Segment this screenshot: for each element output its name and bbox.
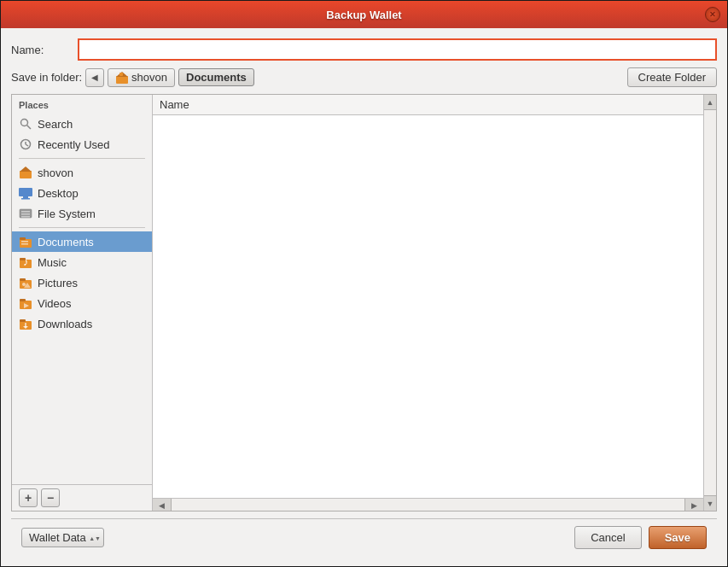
- sidebar-item-search[interactable]: Search: [12, 114, 152, 134]
- sidebar-item-documents[interactable]: Documents: [12, 231, 152, 252]
- vertical-scrollbar[interactable]: ▲ ▼: [703, 95, 716, 511]
- sidebar-item-documents-label: Documents: [38, 236, 94, 248]
- desktop-folder-icon: [19, 186, 32, 200]
- file-list-area: Name ◀ ▶: [153, 95, 703, 511]
- filter-dropdown: Wallet Data: [21, 528, 104, 547]
- sidebar-add-remove: + −: [12, 484, 152, 511]
- sidebar-item-search-label: Search: [38, 118, 73, 131]
- file-list-content[interactable]: [153, 115, 703, 498]
- svg-line-4: [27, 126, 32, 130]
- main-area: Places Search: [11, 94, 717, 511]
- svg-rect-15: [21, 213, 30, 215]
- remove-place-button[interactable]: −: [41, 488, 60, 507]
- sidebar-item-pictures[interactable]: Pictures: [12, 272, 152, 293]
- breadcrumb-documents[interactable]: Documents: [178, 68, 254, 86]
- sidebar-item-desktop-label: Desktop: [38, 187, 79, 200]
- svg-rect-2: [119, 73, 123, 76]
- breadcrumb-shovon-label: shovon: [131, 71, 167, 84]
- sidebar-item-shovon[interactable]: shovon: [12, 162, 152, 183]
- cancel-button[interactable]: Cancel: [574, 526, 641, 549]
- nav-back-button[interactable]: ◀: [85, 68, 104, 87]
- sidebar-item-pictures-label: Pictures: [38, 277, 78, 289]
- name-label: Name:: [11, 44, 71, 56]
- music-folder-icon: ♪: [19, 255, 32, 269]
- name-input[interactable]: [78, 38, 717, 61]
- sidebar-item-music-label: Music: [38, 256, 67, 269]
- sidebar-item-music[interactable]: ♪ Music: [12, 252, 152, 272]
- svg-rect-20: [21, 243, 28, 245]
- svg-rect-18: [20, 237, 26, 240]
- dialog-content: Name: Save in folder: ◀ shovon Documents: [1, 28, 727, 566]
- svg-rect-10: [19, 188, 32, 196]
- svg-rect-12: [21, 198, 30, 200]
- svg-marker-9: [20, 167, 32, 172]
- filter-select-wrapper[interactable]: Wallet Data: [21, 528, 104, 547]
- sidebar-item-desktop[interactable]: Desktop: [12, 183, 152, 203]
- sidebar-item-recently-used[interactable]: Recently Used: [12, 134, 152, 155]
- create-folder-button[interactable]: Create Folder: [627, 67, 717, 87]
- sidebar-item-videos[interactable]: Videos: [12, 293, 152, 313]
- folder-home-icon: [115, 71, 129, 85]
- bottom-bar: Wallet Data Cancel Save: [11, 518, 717, 556]
- sidebar: Places Search: [12, 95, 153, 511]
- sidebar-item-filesystem[interactable]: File System: [12, 203, 152, 224]
- breadcrumb-documents-label: Documents: [186, 71, 247, 84]
- home-folder-icon: [19, 166, 32, 179]
- svg-rect-0: [116, 76, 128, 84]
- sidebar-item-videos-label: Videos: [38, 297, 72, 310]
- svg-rect-11: [23, 196, 28, 198]
- sidebar-item-recently-used-label: Recently Used: [38, 138, 110, 151]
- svg-rect-14: [21, 211, 30, 213]
- title-bar: Backup Wallet: [1, 1, 727, 28]
- name-row: Name:: [11, 38, 717, 61]
- svg-point-26: [22, 283, 26, 286]
- sidebar-separator-1: [19, 158, 145, 159]
- search-icon: [19, 117, 32, 131]
- horizontal-scrollbar[interactable]: ◀ ▶: [153, 498, 703, 511]
- filesystem-icon: [19, 207, 32, 220]
- sidebar-item-filesystem-label: File System: [38, 208, 96, 220]
- svg-text:♪: ♪: [23, 255, 29, 268]
- sidebar-item-downloads-label: Downloads: [38, 318, 92, 330]
- file-list-header: Name: [153, 95, 703, 115]
- svg-rect-16: [21, 216, 30, 218]
- downloads-folder-icon: [19, 317, 32, 330]
- documents-folder-icon: [19, 235, 32, 248]
- pictures-folder-icon: [19, 276, 32, 289]
- svg-point-3: [21, 120, 28, 126]
- add-place-button[interactable]: +: [19, 488, 38, 507]
- file-list-column-name: Name: [160, 98, 189, 111]
- svg-rect-25: [20, 278, 26, 281]
- sidebar-item-shovon-label: shovon: [38, 167, 73, 179]
- sidebar-separator-2: [19, 227, 145, 228]
- svg-rect-32: [20, 319, 26, 322]
- sidebar-section-header: Places: [12, 95, 152, 114]
- svg-rect-29: [20, 299, 26, 301]
- svg-rect-8: [20, 171, 32, 178]
- recently-used-icon: [19, 137, 32, 151]
- save-button[interactable]: Save: [649, 526, 707, 549]
- filter-select[interactable]: Wallet Data: [21, 528, 104, 547]
- breadcrumb-shovon[interactable]: shovon: [108, 68, 175, 87]
- close-button[interactable]: [705, 7, 720, 22]
- dialog-window: Backup Wallet Name: Save in folder: ◀ sh: [0, 0, 728, 567]
- save-in-label: Save in folder:: [11, 71, 82, 84]
- svg-line-7: [26, 144, 28, 146]
- sidebar-item-downloads[interactable]: Downloads: [12, 313, 152, 334]
- save-in-row: Save in folder: ◀ shovon Documents Creat…: [11, 67, 717, 87]
- svg-rect-19: [21, 241, 28, 243]
- window-title: Backup Wallet: [326, 9, 401, 21]
- videos-folder-icon: [19, 296, 32, 310]
